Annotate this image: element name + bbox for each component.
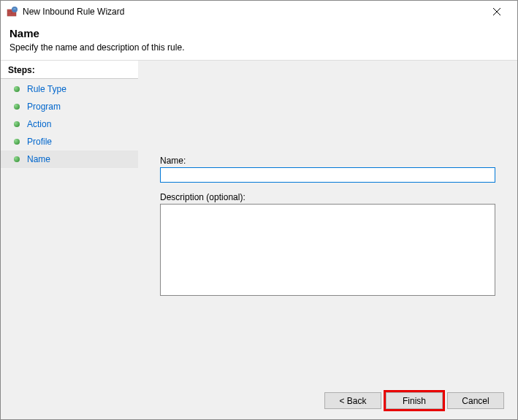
close-icon[interactable] (482, 1, 511, 22)
page-subtitle: Specify the name and description of this… (9, 42, 509, 53)
window-title: New Inbound Rule Wizard (23, 7, 482, 17)
name-input[interactable] (160, 167, 495, 183)
steps-label: Steps: (1, 61, 138, 79)
step-label: Rule Type (27, 83, 66, 96)
steps-list: Rule Type Program Action Profile Name (1, 79, 138, 168)
step-name[interactable]: Name (1, 150, 138, 168)
bullet-icon (14, 86, 20, 92)
main-panel: Name: Description (optional): < Back Fin… (138, 61, 517, 419)
titlebar: New Inbound Rule Wizard (1, 1, 517, 23)
step-profile[interactable]: Profile (1, 133, 138, 150)
page-title: Name (9, 27, 509, 39)
description-input[interactable] (160, 204, 495, 296)
wizard-buttons: < Back Finish Cancel (324, 392, 504, 409)
description-label: Description (optional): (160, 192, 495, 202)
step-label: Action (27, 118, 51, 131)
step-action[interactable]: Action (1, 115, 138, 133)
bullet-icon (14, 156, 20, 162)
bullet-icon (14, 104, 20, 110)
step-program[interactable]: Program (1, 98, 138, 115)
firewall-icon (7, 6, 18, 18)
name-label: Name: (160, 156, 495, 166)
back-button[interactable]: < Back (324, 392, 381, 409)
step-label: Name (27, 153, 50, 166)
step-label: Program (27, 100, 61, 113)
bullet-icon (14, 121, 20, 127)
wizard-header: Name Specify the name and description of… (1, 23, 517, 60)
step-label: Profile (27, 135, 52, 148)
cancel-button[interactable]: Cancel (447, 392, 504, 409)
steps-sidebar: Steps: Rule Type Program Action Profile … (1, 61, 138, 419)
bullet-icon (14, 139, 20, 145)
wizard-body: Steps: Rule Type Program Action Profile … (1, 60, 517, 419)
step-rule-type[interactable]: Rule Type (1, 80, 138, 98)
finish-button[interactable]: Finish (386, 392, 443, 409)
